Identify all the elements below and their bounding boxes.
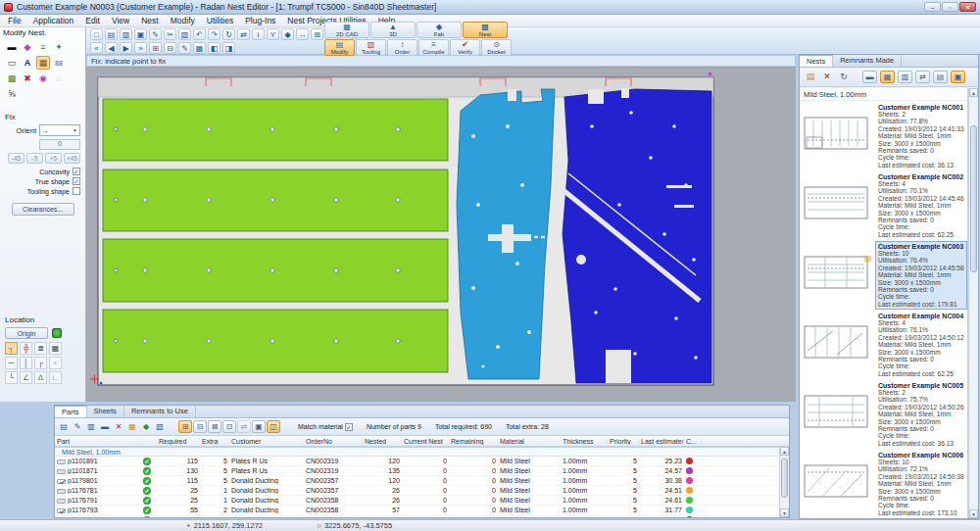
nest-list-item[interactable]: Customer Example NC001 Sheets: 2 Utilisa… bbox=[800, 101, 967, 170]
rotate-plus5-button[interactable]: +5 bbox=[45, 153, 62, 164]
table-icon[interactable]: ⊞ bbox=[149, 42, 162, 54]
match-material-checkbox[interactable]: ✓ bbox=[345, 423, 353, 431]
view-split-icon[interactable]: ◫ bbox=[267, 420, 280, 433]
open-nest-icon[interactable]: ▤ bbox=[804, 71, 817, 84]
cut-icon[interactable]: ✂ bbox=[164, 28, 176, 40]
last-icon[interactable]: » bbox=[134, 42, 147, 54]
snap-corner-icon[interactable]: ┐ bbox=[5, 342, 18, 355]
star-tool-icon[interactable]: ✦ bbox=[52, 40, 66, 54]
col-current-nest[interactable]: Current Nest bbox=[402, 438, 449, 445]
tab-remnants-to-use[interactable]: Remnants to Use bbox=[124, 406, 196, 417]
menu-view[interactable]: View bbox=[106, 16, 135, 25]
print-icon[interactable]: ▣ bbox=[134, 28, 147, 40]
first-icon[interactable]: « bbox=[90, 42, 103, 54]
add-part-icon[interactable]: ▤ bbox=[58, 421, 70, 433]
col-material[interactable]: Material bbox=[498, 438, 561, 445]
nest-list-item[interactable]: Customer Example NC004 Sheets: 4 Utilisa… bbox=[800, 310, 967, 379]
col-extra[interactable]: Extra bbox=[200, 438, 229, 445]
nest-canvas[interactable] bbox=[86, 67, 796, 402]
copy-part-icon[interactable]: ▬ bbox=[99, 421, 111, 433]
table-row[interactable]: p1179801 ✓ 115 5 Donald Ducting CN002357… bbox=[55, 476, 779, 486]
scroll-thumb[interactable] bbox=[970, 125, 977, 272]
snap-right-angle-icon[interactable]: ∟ bbox=[49, 371, 62, 384]
info-icon[interactable]: i bbox=[252, 28, 265, 40]
nest-list-item[interactable]: Customer Example NC002 Sheets: 4 Utilisa… bbox=[800, 170, 967, 240]
workflow-compile-button[interactable]: ≡ Compile bbox=[418, 39, 449, 56]
table-row[interactable]: p1176793 ✓ 55 2 Donald Ducting CN002358 … bbox=[55, 506, 779, 515]
tooling-shape-checkbox[interactable] bbox=[73, 187, 80, 195]
workflow-verify-button[interactable]: ✔ Verify bbox=[450, 39, 480, 56]
view-details-icon[interactable]: ▦ bbox=[880, 71, 895, 83]
previous-icon[interactable]: ◀ bbox=[105, 42, 118, 54]
scroll-down-icon[interactable]: ▼ bbox=[780, 508, 789, 517]
next-icon[interactable]: ▶ bbox=[120, 42, 132, 54]
open-parts-icon[interactable]: ▦ bbox=[126, 421, 138, 433]
view-rows-icon[interactable]: ⊟ bbox=[193, 420, 207, 433]
nests-scrollbar[interactable]: ▲ ▼ bbox=[968, 88, 978, 518]
nest-list-item[interactable]: Customer Example NC005 Sheets: 2 Utilisa… bbox=[800, 379, 967, 449]
workflow-2dcad-button[interactable]: ▦ 2D CAD bbox=[324, 22, 369, 38]
menu-plugins[interactable]: Plug-Ins bbox=[239, 16, 281, 25]
workflow-modify-button[interactable]: ▤ Modify bbox=[324, 39, 355, 56]
sheet-tool-icon[interactable]: ▬ bbox=[5, 40, 19, 54]
snap-angle-icon[interactable]: ∠ bbox=[20, 371, 32, 384]
copy-icon[interactable]: ▧ bbox=[178, 28, 191, 40]
snap-vertical-icon[interactable]: │ bbox=[20, 357, 32, 369]
view-sync-icon[interactable]: ⇄ bbox=[237, 420, 251, 433]
snap-pattern-icon[interactable]: ▦ bbox=[49, 342, 62, 355]
draw-icon[interactable]: ✎ bbox=[149, 28, 162, 40]
circle-tool-icon[interactable]: ◉ bbox=[36, 72, 50, 85]
view-list-icon[interactable]: ▥ bbox=[898, 71, 912, 83]
snap-intersection-icon[interactable]: ╬ bbox=[20, 342, 32, 355]
ghost-circle-tool-icon[interactable]: ◌ bbox=[52, 72, 66, 85]
tab-remnants-made[interactable]: Remnants Made bbox=[833, 55, 902, 67]
new-icon[interactable]: □ bbox=[90, 28, 103, 40]
edit-grid-icon[interactable]: ✎ bbox=[178, 42, 191, 54]
concavity-checkbox[interactable]: ✓ bbox=[73, 168, 80, 175]
col-required[interactable]: Required bbox=[157, 438, 200, 445]
open-icon[interactable]: ▤ bbox=[105, 28, 118, 40]
scroll-down-icon[interactable]: ▼ bbox=[969, 509, 978, 518]
ratio-tool-icon[interactable]: ⅝ bbox=[5, 87, 19, 101]
menu-application[interactable]: Application bbox=[27, 16, 80, 25]
view-thumbnail-icon[interactable]: ▤ bbox=[933, 71, 948, 83]
snap-delta-icon[interactable]: ∆ bbox=[34, 371, 47, 384]
swap-icon[interactable]: ⇄ bbox=[237, 28, 250, 40]
blue-part[interactable] bbox=[563, 89, 711, 383]
import-part-icon[interactable]: ▥ bbox=[85, 421, 97, 433]
grid-view-icon[interactable]: ▦ bbox=[193, 42, 206, 54]
col-last-estimated[interactable]: Last estimated ... bbox=[639, 438, 684, 445]
col-orderno[interactable]: OrderNo bbox=[304, 438, 363, 445]
view-compact-icon[interactable]: ▬ bbox=[862, 71, 877, 83]
scroll-up-icon[interactable]: ▲ bbox=[969, 88, 978, 97]
tab-parts[interactable]: Parts bbox=[55, 406, 87, 417]
true-shape-checkbox[interactable]: ✓ bbox=[73, 177, 80, 185]
grid-tool-icon[interactable]: ▩ bbox=[5, 72, 19, 85]
close-button[interactable]: ✕ bbox=[959, 2, 976, 12]
origin-button[interactable]: Origin bbox=[5, 327, 48, 339]
col-thickness[interactable]: Thickness bbox=[561, 438, 608, 445]
col-remaining[interactable]: Remaining bbox=[449, 438, 498, 445]
snap-edge-icon[interactable]: ┌ bbox=[34, 357, 47, 369]
angle-input[interactable]: 0 bbox=[39, 139, 80, 150]
renumber-nest-icon[interactable]: ↻ bbox=[837, 71, 851, 84]
minimize-button[interactable]: – bbox=[924, 2, 941, 12]
redo-icon[interactable]: ↷ bbox=[208, 28, 220, 40]
col-nested[interactable]: Nested bbox=[363, 438, 402, 445]
undo-icon[interactable]: ↶ bbox=[193, 28, 206, 40]
clearances-button[interactable]: Clearances... bbox=[12, 203, 74, 216]
table-row[interactable]: p1101871 ✓ 130 5 Plates R Us CN002319 13… bbox=[55, 466, 779, 476]
col-customer[interactable]: Customer bbox=[229, 438, 304, 445]
snap-grid-icon[interactable]: ≣ bbox=[34, 342, 47, 355]
text-tool-icon[interactable]: A bbox=[21, 56, 34, 70]
view-columns-icon[interactable]: ▣ bbox=[252, 420, 266, 433]
box-tool-icon[interactable]: ▭ bbox=[5, 56, 19, 70]
view-grid-icon[interactable]: ⊞ bbox=[178, 420, 192, 433]
numbers-tool-icon[interactable]: 88 bbox=[52, 56, 66, 70]
workflow-tooling-button[interactable]: ▧ Tooling bbox=[356, 39, 386, 56]
table-row[interactable]: p1176791 ✓ 25 1 Donald Ducting CN002358 … bbox=[55, 496, 779, 506]
view-boxes-icon[interactable]: ⊠ bbox=[208, 420, 221, 433]
dimension-icon[interactable]: ↔ bbox=[296, 28, 309, 40]
workflow-3d-button[interactable]: ▲ 3D bbox=[370, 22, 416, 38]
filter-icon[interactable]: Y bbox=[267, 28, 279, 40]
